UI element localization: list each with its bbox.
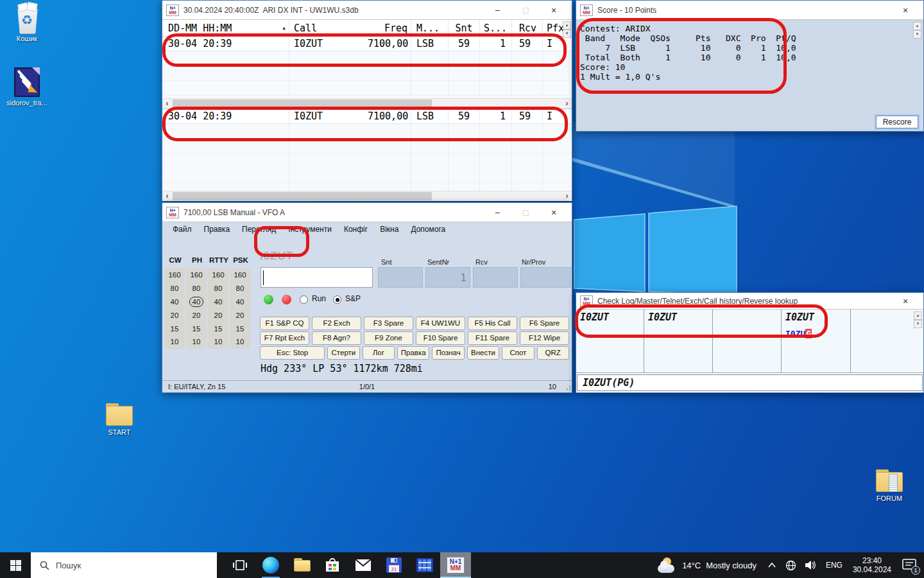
fkey-button-F1 S&P CQ[interactable]: F1 S&P CQ <box>260 317 309 330</box>
band-button-160-PSK[interactable]: 160 <box>230 268 250 282</box>
desktop-icon-recycle-bin[interactable]: ♻ Кошик <box>4 3 49 42</box>
band-button-80-PH[interactable]: 80 <box>186 282 207 295</box>
log-window-titlebar[interactable]: N+MM 30.04.2024 20:40:00Z ARI DX INT - U… <box>162 1 572 20</box>
scroll-up-icon[interactable]: ▲ <box>914 311 922 320</box>
taskbar-edge[interactable] <box>255 552 286 578</box>
sp-radio[interactable] <box>333 295 341 304</box>
desktop-icon-forum-folder[interactable]: FORUM <box>867 469 912 502</box>
band-button-80-PSK[interactable]: 80 <box>230 282 250 295</box>
band-button-40-PH[interactable]: 40 <box>186 295 207 309</box>
run-radio[interactable] <box>300 295 308 304</box>
task-view-button[interactable] <box>225 552 255 578</box>
fkey-button-F6 Spare[interactable]: F6 Spare <box>520 317 569 330</box>
check-column-5[interactable] <box>851 310 915 372</box>
taskbar-clock[interactable]: 23:40 30.04.2024 <box>847 552 897 578</box>
menu-item-Файл[interactable]: Файл <box>173 225 192 234</box>
scroll-up-icon[interactable]: ▲ <box>563 21 571 30</box>
fkey-button-Внести[interactable]: Внести <box>467 346 499 360</box>
log-empty-row[interactable] <box>162 66 572 81</box>
fkey-button-F11 Spare[interactable]: F11 Spare <box>468 331 517 345</box>
band-button-10-PSK[interactable]: 10 <box>230 335 250 349</box>
check-vertical-spinner[interactable]: ▲ ▼ <box>914 311 922 328</box>
close-icon[interactable]: × <box>540 204 568 222</box>
rescore-button[interactable]: Rescore <box>876 116 918 128</box>
check-window-titlebar[interactable]: N+MM Check Log/Master/Telnet/Exch/Call h… <box>576 293 923 310</box>
maximize-icon[interactable]: □ <box>511 1 540 19</box>
log-hscrollbar-bottom[interactable]: ‹ › <box>162 191 572 201</box>
band-button-15-RTTY[interactable]: 15 <box>208 322 228 335</box>
band-button-15-PSK[interactable]: 15 <box>230 322 250 335</box>
scroll-up-icon[interactable]: ▲ <box>913 22 921 30</box>
fkey-button-Esc: Stop[interactable]: Esc: Stop <box>260 346 325 360</box>
callsign-input[interactable] <box>261 267 373 288</box>
close-icon[interactable]: × <box>891 1 920 19</box>
menu-item-Конфіг[interactable]: Конфіг <box>344 225 368 234</box>
fkey-button-Спот[interactable]: Спот <box>502 346 534 360</box>
band-button-15-CW[interactable]: 15 <box>164 322 185 335</box>
desktop-icon-sidorov-file[interactable]: sidorov_tra... <box>4 67 49 107</box>
close-icon[interactable]: × <box>540 1 568 19</box>
band-button-20-PH[interactable]: 20 <box>186 308 207 322</box>
check-column-3[interactable] <box>713 310 782 372</box>
log-row[interactable]: 30-04 20:39I0ZUT7100,00LSB59159I <box>162 37 572 51</box>
scroll-right-icon[interactable]: › <box>562 99 572 109</box>
menu-item-Інструменти[interactable]: Інструменти <box>288 225 332 234</box>
band-button-10-RTTY[interactable]: 10 <box>208 335 228 349</box>
fkey-button-F2 Exch[interactable]: F2 Exch <box>312 317 361 330</box>
score-window-titlebar[interactable]: N+MM Score - 10 Points × <box>576 1 923 20</box>
entry-window-titlebar[interactable]: N+MM 7100,00 LSB Manual - VFO A − □ × <box>162 203 572 222</box>
scrollbar-thumb[interactable] <box>173 100 432 108</box>
band-button-40-RTTY[interactable]: 40 <box>208 295 228 309</box>
log-empty-row[interactable] <box>162 81 572 96</box>
log-empty-row[interactable] <box>162 183 572 191</box>
nr-prov-field[interactable] <box>520 267 571 288</box>
language-indicator[interactable]: ENG <box>821 552 847 578</box>
fkey-button-F3 Spare[interactable]: F3 Spare <box>364 317 413 330</box>
fkey-button-F12 Wipe[interactable]: F12 Wipe <box>520 331 569 345</box>
log-empty-row[interactable] <box>162 168 572 183</box>
log-empty-row[interactable] <box>162 153 572 168</box>
band-button-160-CW[interactable]: 160 <box>164 268 185 282</box>
maximize-icon[interactable]: □ <box>511 204 540 222</box>
fkey-button-QRZ[interactable]: QRZ <box>537 346 569 360</box>
tray-network[interactable] <box>781 552 801 578</box>
scroll-left-icon[interactable]: ‹ <box>162 191 172 201</box>
fkey-button-F9 Zone[interactable]: F9 Zone <box>364 331 413 345</box>
band-button-20-PSK[interactable]: 20 <box>230 308 250 322</box>
taskbar-store[interactable] <box>317 552 348 578</box>
scroll-down-icon[interactable]: ▼ <box>563 30 571 38</box>
check-column-2[interactable]: I0ZUT <box>644 310 713 372</box>
sentnr-field[interactable]: 1 <box>425 267 470 288</box>
taskbar-logger-app[interactable]: 21 <box>379 552 409 578</box>
taskbar-file-explorer[interactable] <box>286 552 317 578</box>
weather-widget[interactable]: 14°C Mostly cloudy <box>651 552 763 578</box>
band-button-10-CW[interactable]: 10 <box>164 335 185 349</box>
resize-grip[interactable] <box>565 386 570 391</box>
minimize-icon[interactable]: − <box>483 204 511 222</box>
check-column-4[interactable]: I0ZUTI0ZUG <box>782 310 851 372</box>
fkey-button-F5 His Call[interactable]: F5 His Call <box>468 317 517 330</box>
menu-item-Вікна[interactable]: Вікна <box>380 225 398 234</box>
band-button-40-CW[interactable]: 40 <box>164 295 185 309</box>
start-button[interactable] <box>0 552 31 578</box>
taskbar-archiver[interactable] <box>409 552 440 578</box>
log-vertical-spinner[interactable]: ▲ ▼ <box>563 21 571 38</box>
snt-field[interactable] <box>378 267 423 288</box>
menu-item-Допомога[interactable]: Допомога <box>411 225 445 234</box>
taskbar-mail[interactable] <box>348 552 379 578</box>
fkey-button-F4 UW1WU[interactable]: F4 UW1WU <box>416 317 465 330</box>
band-button-20-CW[interactable]: 20 <box>164 308 185 322</box>
tray-volume[interactable] <box>801 552 821 578</box>
band-button-15-PH[interactable]: 15 <box>186 322 207 335</box>
band-button-160-PH[interactable]: 160 <box>186 268 207 282</box>
log-empty-row[interactable] <box>162 124 572 139</box>
scroll-right-icon[interactable]: › <box>562 191 572 201</box>
desktop-icon-start-folder[interactable]: START <box>97 403 142 436</box>
tray-chevron[interactable] <box>763 552 781 578</box>
band-button-160-RTTY[interactable]: 160 <box>208 268 228 282</box>
notification-center-button[interactable]: 1 <box>897 552 924 578</box>
fkey-button-F7 Rpt Exch[interactable]: F7 Rpt Exch <box>260 331 309 345</box>
scroll-down-icon[interactable]: ▼ <box>914 320 922 328</box>
score-vertical-spinner[interactable]: ▲ ▼ <box>913 22 921 39</box>
band-button-40-PSK[interactable]: 40 <box>230 295 250 309</box>
